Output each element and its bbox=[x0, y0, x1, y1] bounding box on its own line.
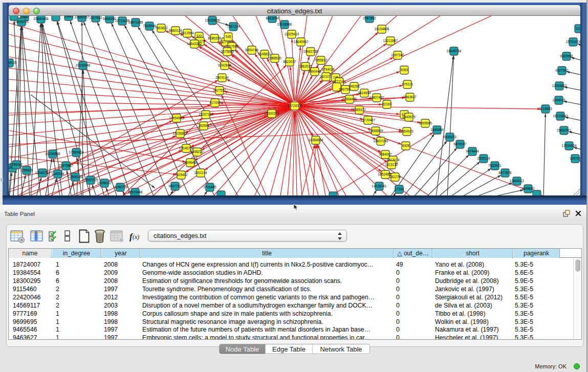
svg-text:15751074: 15751074 bbox=[566, 40, 580, 43]
svg-text:6466160: 6466160 bbox=[103, 17, 116, 20]
svg-text:7632621: 7632621 bbox=[488, 164, 502, 167]
svg-text:16154808: 16154808 bbox=[375, 27, 389, 31]
svg-text:(x): (x) bbox=[133, 233, 139, 240]
svg-text:18807249: 18807249 bbox=[374, 139, 388, 143]
svg-text:7515546: 7515546 bbox=[143, 24, 156, 28]
svg-text:7955812: 7955812 bbox=[314, 58, 328, 62]
svg-text:1621072: 1621072 bbox=[319, 75, 333, 78]
svg-text:12505135: 12505135 bbox=[68, 175, 83, 179]
svg-text:10046758: 10046758 bbox=[179, 146, 194, 150]
svg-text:14136141: 14136141 bbox=[372, 184, 387, 188]
svg-text:8186328: 8186328 bbox=[208, 36, 221, 40]
svg-text:12342757: 12342757 bbox=[35, 171, 50, 174]
svg-text:16671355: 16671355 bbox=[128, 20, 143, 24]
svg-text:23975867: 23975867 bbox=[59, 164, 74, 167]
svg-text:1615132: 1615132 bbox=[385, 163, 398, 166]
svg-text:2935114: 2935114 bbox=[477, 157, 490, 160]
svg-text:3427552: 3427552 bbox=[213, 89, 226, 92]
svg-text:6549575: 6549575 bbox=[402, 115, 416, 119]
svg-text:9146821: 9146821 bbox=[258, 52, 271, 56]
svg-text:16961758: 16961758 bbox=[303, 50, 318, 53]
svg-text:10719155: 10719155 bbox=[115, 19, 130, 23]
svg-text:10654112: 10654112 bbox=[510, 179, 525, 183]
svg-text:19166827: 19166827 bbox=[173, 132, 188, 135]
svg-text:17016504: 17016504 bbox=[562, 144, 577, 147]
svg-text:8822037: 8822037 bbox=[283, 60, 296, 63]
svg-text:7625402: 7625402 bbox=[175, 173, 188, 177]
svg-text:1145194: 1145194 bbox=[52, 172, 64, 176]
svg-text:1244415: 1244415 bbox=[552, 98, 565, 102]
svg-text:252274: 252274 bbox=[389, 175, 401, 179]
svg-text:3716485: 3716485 bbox=[203, 185, 216, 189]
svg-text:20364436: 20364436 bbox=[342, 97, 357, 101]
svg-text:5063: 5063 bbox=[401, 68, 408, 72]
svg-text:14055721: 14055721 bbox=[14, 20, 29, 24]
svg-text:9084067: 9084067 bbox=[379, 152, 392, 156]
svg-text:8990448: 8990448 bbox=[308, 70, 321, 73]
svg-text:1640954: 1640954 bbox=[430, 128, 444, 132]
svg-text:19654983: 19654983 bbox=[169, 116, 184, 120]
svg-text:15267110: 15267110 bbox=[199, 113, 213, 116]
svg-text:17334: 17334 bbox=[395, 187, 404, 191]
svg-text:15300273: 15300273 bbox=[265, 112, 279, 115]
svg-text:8912954: 8912954 bbox=[181, 31, 194, 35]
svg-text:3375685: 3375685 bbox=[221, 50, 234, 53]
svg-text:10688609: 10688609 bbox=[368, 129, 383, 133]
svg-text:16782759: 16782759 bbox=[113, 185, 128, 189]
svg-text:20153346: 20153346 bbox=[76, 63, 91, 67]
svg-text:1117: 1117 bbox=[575, 27, 580, 30]
svg-text:12213967: 12213967 bbox=[383, 39, 398, 42]
svg-text:26160105: 26160105 bbox=[9, 61, 17, 64]
svg-text:1156829: 1156829 bbox=[20, 168, 33, 172]
svg-text:10807487: 10807487 bbox=[369, 96, 384, 99]
svg-text:18640910: 18640910 bbox=[294, 40, 309, 43]
svg-text:6879197: 6879197 bbox=[453, 142, 467, 146]
svg-text:6928: 6928 bbox=[402, 144, 410, 147]
svg-text:20206558: 20206558 bbox=[46, 152, 60, 156]
svg-text:8498222: 8498222 bbox=[190, 150, 204, 154]
svg-text:9242848: 9242848 bbox=[218, 63, 231, 67]
svg-text:17850s1: 17850s1 bbox=[10, 163, 23, 166]
svg-text:3215953: 3215953 bbox=[539, 107, 552, 111]
svg-text:12093822: 12093822 bbox=[552, 84, 567, 87]
svg-text:14099489: 14099489 bbox=[183, 161, 198, 164]
svg-text:15720407: 15720407 bbox=[361, 118, 376, 122]
svg-text:7357224: 7357224 bbox=[227, 25, 240, 28]
svg-text:19384554: 19384554 bbox=[309, 138, 323, 142]
svg-text:1527602: 1527602 bbox=[89, 16, 102, 19]
svg-text:19218596: 19218596 bbox=[277, 23, 292, 26]
svg-text:8454749: 8454749 bbox=[245, 48, 258, 52]
svg-text:7663822: 7663822 bbox=[155, 26, 168, 30]
svg-text:18724007: 18724007 bbox=[288, 104, 302, 107]
svg-text:1654923: 1654923 bbox=[400, 129, 413, 133]
svg-text:11325419: 11325419 bbox=[285, 32, 299, 36]
svg-text:8660124: 8660124 bbox=[169, 29, 182, 32]
svg-text:417006: 417006 bbox=[209, 101, 221, 104]
svg-text:16648784: 16648784 bbox=[447, 49, 462, 53]
svg-text:116753: 116753 bbox=[570, 157, 580, 160]
svg-text:7386372: 7386372 bbox=[353, 108, 366, 112]
svg-text:975115: 975115 bbox=[402, 82, 413, 86]
svg-text:9329966: 9329966 bbox=[560, 54, 573, 58]
svg-text:746266: 746266 bbox=[349, 84, 360, 88]
svg-text:9699695: 9699695 bbox=[419, 121, 432, 125]
svg-text:2803144: 2803144 bbox=[215, 76, 229, 79]
svg-text:9474444: 9474444 bbox=[466, 149, 479, 153]
svg-text:5938923: 5938923 bbox=[443, 135, 456, 139]
svg-text:16543382: 16543382 bbox=[187, 42, 202, 46]
svg-text:20691406: 20691406 bbox=[34, 17, 49, 20]
svg-text:9227342: 9227342 bbox=[555, 69, 569, 72]
svg-text:17359924: 17359924 bbox=[69, 150, 84, 154]
svg-text:62160: 62160 bbox=[382, 102, 391, 106]
svg-text:15692971: 15692971 bbox=[557, 128, 572, 132]
svg-text:6794028: 6794028 bbox=[321, 68, 335, 71]
svg-text:8471676: 8471676 bbox=[498, 171, 512, 174]
svg-text:3624554: 3624554 bbox=[358, 91, 371, 95]
svg-text:546: 546 bbox=[226, 35, 231, 38]
svg-text:12923448: 12923448 bbox=[128, 190, 143, 194]
svg-text:9657791: 9657791 bbox=[168, 184, 182, 188]
svg-text:2087682: 2087682 bbox=[363, 16, 376, 20]
svg-text:153594: 153594 bbox=[198, 124, 209, 127]
svg-text:10653257: 10653257 bbox=[75, 16, 90, 19]
svg-text:8813054: 8813054 bbox=[266, 16, 279, 20]
